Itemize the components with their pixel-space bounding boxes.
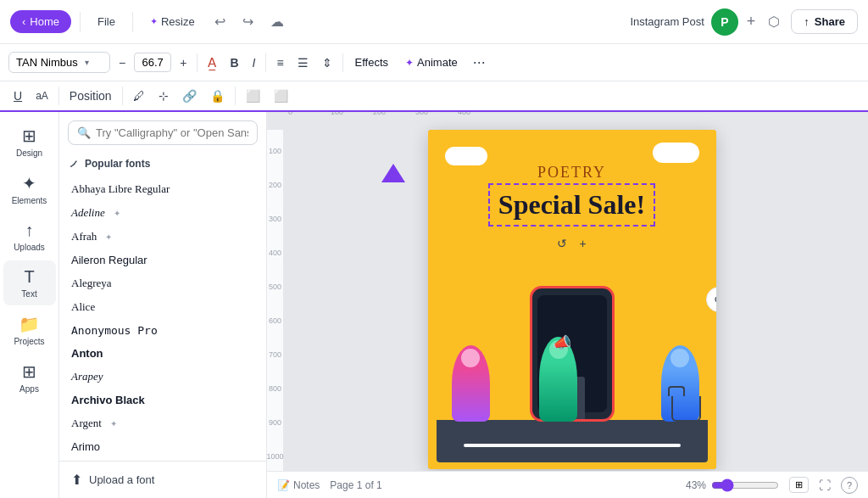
fill-color-button[interactable]: 🖊: [128, 86, 150, 106]
align-left-button[interactable]: ≡: [271, 53, 288, 73]
list-item[interactable]: Arapey: [68, 365, 258, 389]
undo-button[interactable]: ↩: [209, 9, 231, 34]
elements-icon: ✦: [22, 173, 36, 193]
bold-button[interactable]: B: [225, 53, 243, 73]
upload-label: Upload a font: [89, 473, 154, 486]
italic-button[interactable]: I: [248, 53, 261, 73]
position-button[interactable]: Position: [64, 86, 117, 106]
sidebar-item-projects[interactable]: 📁 Projects: [3, 307, 56, 353]
help-button[interactable]: ?: [841, 477, 858, 494]
zoom-slider[interactable]: [711, 478, 779, 492]
main-layout: ⊞ Design ✦ Elements ↑ Uploads T Text 📁 P…: [0, 112, 868, 498]
bullet-list-button[interactable]: ☰: [292, 53, 314, 73]
list-item[interactable]: Anton: [68, 342, 258, 365]
sale-text[interactable]: Special Sale!: [488, 183, 655, 227]
text-toolbar: TAN Nimbus ▾ − + A̲ B I ≡ ☰ ⇕ Effects ✦ …: [0, 44, 868, 81]
link-button[interactable]: 🔗: [177, 86, 202, 106]
list-item[interactable]: Aileron Regular: [68, 249, 258, 271]
nav-separator-2: [132, 12, 133, 32]
upload-icon: ⬆: [71, 472, 82, 488]
flip-vertical-button[interactable]: ⬜: [269, 86, 293, 106]
design-icon: ⊞: [22, 126, 36, 146]
text-icon: T: [24, 267, 34, 287]
road-line: [464, 444, 681, 447]
secondary-separator-2: [122, 87, 123, 105]
toolbar-separator: [197, 53, 198, 72]
search-icon: 🔍: [77, 126, 91, 139]
more-options-button[interactable]: ···: [468, 50, 491, 75]
nav-left: ‹ Home File ✦ Resize ↩ ↪ ☁: [10, 9, 290, 34]
analytics-button[interactable]: ⬡: [764, 9, 784, 34]
upload-font-button[interactable]: ⬆ Upload a font: [59, 461, 266, 498]
flip-horizontal-button[interactable]: ⬜: [241, 86, 265, 106]
sidebar-item-text[interactable]: T Text: [3, 260, 56, 305]
fonts-list: ⟋ Popular fonts Abhaya Libre Regular Ade…: [59, 152, 266, 461]
resize-button[interactable]: ✦ Resize: [142, 11, 203, 32]
cloud-right: [653, 143, 699, 163]
canvas-scroll[interactable]: ⎘ 🗑 ··· Poetry Special Sa: [267, 113, 868, 498]
user-avatar[interactable]: P: [711, 8, 738, 36]
sidebar-item-elements[interactable]: ✦ Elements: [3, 166, 56, 212]
list-item[interactable]: Alegreya: [68, 271, 258, 295]
font-selector[interactable]: TAN Nimbus ▾: [8, 52, 110, 73]
popular-fonts-section: ⟋ Popular fonts: [68, 152, 258, 177]
fonts-search-area: 🔍: [59, 112, 266, 152]
line-spacing-button[interactable]: ⇕: [317, 53, 337, 73]
top-navigation: ‹ Home File ✦ Resize ↩ ↪ ☁ Instagram Pos…: [0, 0, 868, 44]
chevron-left-icon: ‹: [22, 15, 25, 28]
fit-page-button[interactable]: ⊞: [789, 477, 809, 493]
animate-button[interactable]: ✦ Animate: [398, 53, 465, 72]
effects-label: Effects: [355, 56, 389, 69]
canvas-area: 0 100 200 300 400 100 200 300 400 500 60…: [267, 112, 868, 498]
decrease-font-size-button[interactable]: −: [114, 53, 131, 73]
animate-icon: ✦: [405, 57, 414, 69]
text-color-button[interactable]: A̲: [203, 52, 221, 74]
canvas-sub-controls: ↺ +: [554, 233, 589, 254]
effects-button[interactable]: Effects: [348, 53, 396, 72]
list-item[interactable]: Alice: [68, 295, 258, 319]
file-button[interactable]: File: [89, 11, 124, 32]
redo-button[interactable]: ↪: [236, 9, 259, 34]
popular-fonts-label: Popular fonts: [85, 158, 150, 170]
font-size-input[interactable]: [134, 53, 171, 72]
home-button[interactable]: ‹ Home: [10, 10, 71, 33]
refresh-canvas-button[interactable]: ↺: [554, 233, 570, 254]
projects-icon: 📁: [19, 314, 40, 334]
add-collaborator-button[interactable]: +: [745, 13, 758, 31]
list-item[interactable]: Adeline ✦: [68, 201, 258, 225]
share-button[interactable]: ↑ Share: [791, 9, 858, 34]
cloud-save-button[interactable]: ☁: [264, 9, 290, 34]
notes-button[interactable]: 📝 Notes: [277, 479, 320, 491]
add-canvas-button[interactable]: +: [576, 233, 589, 254]
list-item[interactable]: Abhaya Libre Regular: [68, 177, 258, 201]
lock-button[interactable]: 🔒: [205, 86, 230, 106]
canvas-inner: Poetry Special Sale! ↺ +: [428, 130, 716, 469]
page-info: Page 1 of 1: [330, 479, 381, 491]
list-item[interactable]: Afrah ✦: [68, 225, 258, 249]
canvas-page[interactable]: ⎘ 🗑 ··· Poetry Special Sa: [428, 130, 716, 469]
aa-button[interactable]: aA: [31, 87, 53, 105]
character-1: [452, 345, 490, 422]
canvas-illustration: 📣: [437, 259, 708, 462]
share-label: Share: [815, 15, 845, 28]
sidebar-item-apps[interactable]: ⊞ Apps: [3, 355, 56, 400]
secondary-toolbar: U aA Position 🖊 ⊹ 🔗 🔒 ⬜ ⬜: [0, 81, 868, 112]
list-item[interactable]: Argent ✦: [68, 411, 258, 435]
list-item[interactable]: Anonymous Pro: [68, 319, 258, 342]
list-item[interactable]: Archivo Black: [68, 389, 258, 411]
fonts-panel: 🔍 ⟋ Popular fonts Abhaya Libre Regular A…: [59, 112, 267, 498]
sidebar-item-uploads[interactable]: ↑ Uploads: [3, 214, 56, 259]
sparkle-icon: ⟋: [68, 157, 80, 171]
sidebar-item-design[interactable]: ⊞ Design: [3, 119, 56, 165]
pattern-button[interactable]: ⊹: [153, 86, 174, 106]
font-search-input[interactable]: [96, 126, 248, 139]
poetry-text: Poetry: [537, 164, 606, 181]
fullscreen-button[interactable]: ⛶: [819, 478, 831, 492]
canvas-arrow: [381, 164, 405, 182]
increase-font-size-button[interactable]: +: [175, 53, 192, 73]
secondary-separator-3: [235, 87, 236, 105]
list-item[interactable]: Arimo: [68, 435, 258, 458]
search-box: 🔍: [68, 120, 258, 145]
sidebar: ⊞ Design ✦ Elements ↑ Uploads T Text 📁 P…: [0, 112, 59, 498]
underline-button[interactable]: U: [8, 86, 27, 106]
